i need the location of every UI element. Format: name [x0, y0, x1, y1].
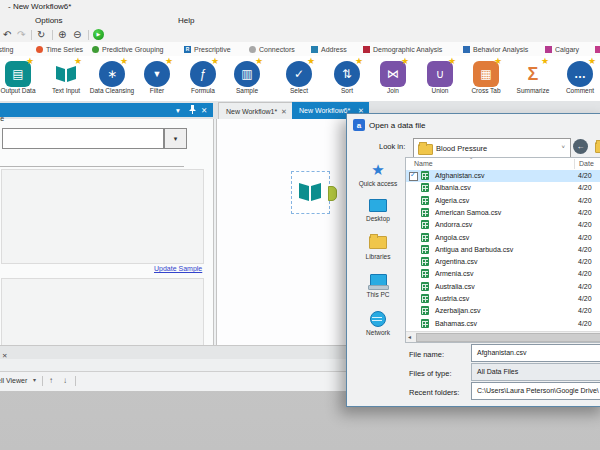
refresh-icon[interactable]: ↻ — [37, 29, 45, 40]
tool-join[interactable]: ⋈ ★ Join — [370, 57, 416, 101]
text-input-tool-icon — [297, 180, 323, 208]
file-row[interactable]: Australia.csv 4/20 — [406, 281, 600, 293]
files-of-type-dropdown[interactable]: All Data Files — [471, 363, 600, 381]
column-date[interactable]: Date — [579, 160, 594, 167]
sidebar-item-quick-access[interactable]: ★ Quick access — [353, 161, 403, 179]
sidebar-item-network[interactable]: Network — [353, 311, 403, 327]
down-arrow-icon[interactable]: ↓ — [63, 376, 67, 385]
tool-union[interactable]: ∪ ★ Union — [417, 57, 463, 101]
update-sample-link[interactable]: Update Sample — [154, 265, 202, 272]
sidebar-item-libraries[interactable]: Libraries — [353, 236, 403, 249]
file-row[interactable]: Andorra.csv 4/20 — [406, 219, 600, 231]
ribbon-tab-prescriptive[interactable]: R Prescriptive — [184, 44, 231, 55]
screenshot-stage: - New Workflow6* Options Help ↶ ↷ ↻ ⊕ ⊖ … — [0, 0, 600, 450]
ribbon-tab-behavior-analysis[interactable]: Behavior Analysis — [463, 44, 528, 55]
ribbon-tab-time-series[interactable]: Time Series — [36, 44, 83, 55]
tool-palette: ▤ ★ Output Data ★ Text Input ∗ ★ Data Cl… — [0, 56, 600, 102]
behavior-analysis-icon — [463, 46, 470, 53]
options-box — [1, 169, 204, 264]
open-data-file-dialog: a Open a data file Look in: Blood Pressu… — [346, 113, 600, 407]
cell-viewer-dropdown[interactable]: Cell Viewer — [0, 377, 27, 384]
zoom-out-icon[interactable]: ⊖ — [73, 29, 81, 40]
tool-cross-tab[interactable]: ▦ ★ Cross Tab — [463, 57, 509, 101]
file-row[interactable]: Armenia.csv 4/20 — [406, 268, 600, 280]
up-arrow-icon[interactable]: ↑ — [49, 376, 53, 385]
ribbon-tab-demographic-analysis[interactable]: Demographic Analysis — [363, 44, 442, 55]
ribbon-tab-predictive-grouping[interactable]: Predictive Grouping — [92, 44, 163, 55]
favorite-star-icon: ★ — [307, 56, 315, 66]
file-row[interactable]: Azerbaijan.csv 4/20 — [406, 305, 600, 317]
file-row[interactable]: Bahamas.csv 4/20 — [406, 318, 600, 330]
tool-sort[interactable]: ⇅ ★ Sort — [324, 57, 370, 101]
sidebar-item-desktop[interactable]: Desktop — [353, 199, 403, 212]
chevron-down-icon[interactable]: ▾ — [176, 106, 180, 115]
redo-icon[interactable]: ↷ — [17, 29, 25, 40]
file-row[interactable]: Albania.csv 4/20 — [406, 182, 600, 194]
up-folder-icon[interactable] — [595, 142, 600, 153]
csv-file-icon — [421, 171, 429, 180]
column-divider[interactable] — [574, 159, 575, 169]
file-name-input[interactable]: Afghanistan.csv — [471, 344, 600, 362]
file-row[interactable]: Algeria.csv 4/20 — [406, 195, 600, 207]
csv-file-icon — [421, 319, 429, 328]
file-row[interactable]: Antigua and Barbuda.csv 4/20 — [406, 244, 600, 256]
ribbon-tab-ab-testing[interactable]: AB Testing — [0, 44, 13, 55]
horizontal-scrollbar[interactable]: ◂ — [406, 331, 600, 342]
file-row[interactable]: Argentina.csv 4/20 — [406, 256, 600, 268]
undo-icon[interactable]: ↶ — [3, 29, 11, 40]
file-row-selected[interactable]: ✓ Afghanistan.csv 4/20 — [406, 170, 600, 182]
tool-filter[interactable]: ▼ ★ Filter — [134, 57, 180, 101]
tool-output-data[interactable]: ▤ ★ Output Data — [0, 57, 41, 101]
sidebar-item-this-pc[interactable]: This PC — [353, 274, 403, 286]
tool-sample[interactable]: ▥ ★ Sample — [224, 57, 270, 101]
files-of-type-label: Files of type: — [409, 369, 452, 378]
favorite-star-icon: ★ — [26, 56, 34, 66]
zoom-in-icon[interactable]: ⊕ — [58, 29, 66, 40]
chevron-down-icon[interactable]: ˅ — [561, 144, 565, 150]
tool-select[interactable]: ✓ ★ Select — [276, 57, 322, 101]
ribbon-tab-address[interactable]: Address — [311, 44, 347, 55]
menu-help[interactable]: Help — [178, 16, 194, 25]
favorite-star-icon: ★ — [165, 56, 173, 66]
scrollbar-thumb[interactable] — [416, 333, 600, 342]
file-name-label: File name: — [409, 350, 444, 359]
ribbon-tab-calgary[interactable]: Calgary — [545, 44, 579, 55]
tool-summarize[interactable]: Σ ★ Summarize — [510, 57, 556, 101]
folder-icon — [418, 144, 433, 155]
scroll-left-arrow-icon[interactable]: ◂ — [408, 333, 411, 340]
file-row[interactable]: American Samoa.csv 4/20 — [406, 207, 600, 219]
csv-file-icon — [421, 233, 429, 242]
tool-text-input[interactable]: ★ Text Input — [43, 57, 89, 101]
back-button[interactable]: ← — [573, 139, 588, 154]
file-row[interactable]: Austria.csv 4/20 — [406, 293, 600, 305]
tool-comment[interactable]: … ★ Comment — [557, 57, 600, 101]
checkbox-checked[interactable]: ✓ — [409, 172, 418, 181]
menu-options[interactable]: Options — [35, 16, 63, 25]
file-row[interactable]: Angola.csv 4/20 — [406, 232, 600, 244]
csv-file-icon — [421, 269, 429, 278]
toolbar-separator — [88, 30, 89, 40]
run-workflow-button[interactable]: ▶ — [93, 29, 104, 40]
close-icon[interactable]: ✕ — [2, 352, 7, 360]
csv-file-icon — [421, 245, 429, 254]
pin-icon[interactable] — [189, 105, 196, 116]
calgary-icon — [545, 46, 552, 53]
recent-folders-dropdown[interactable]: C:\Users\Laura Peterson\Google Drive\ — [471, 382, 600, 400]
ribbon-tab-connectors[interactable]: Connectors — [249, 44, 295, 55]
chevron-down-icon[interactable]: ▾ — [33, 376, 36, 383]
output-anchor[interactable] — [328, 186, 337, 201]
look-in-combobox[interactable]: Blood Pressure ˅ — [413, 138, 571, 158]
demographic-analysis-icon — [363, 46, 370, 53]
tool-formula[interactable]: ƒ ★ Formula — [180, 57, 226, 101]
workflow-tab-1[interactable]: New Workflow1* ✕ — [218, 102, 293, 120]
file-path-combobox[interactable] — [2, 128, 164, 149]
close-icon[interactable]: ✕ — [281, 108, 287, 116]
configuration-panel: Connect a File or Database ▾ Update Samp… — [0, 119, 214, 358]
tool-data-cleansing[interactable]: ∗ ★ Data Cleansing — [89, 57, 135, 101]
favorite-star-icon: ★ — [355, 56, 363, 66]
selected-tool-on-canvas[interactable] — [291, 171, 330, 214]
combobox-dropdown-button[interactable]: ▾ — [164, 128, 187, 149]
close-icon[interactable]: ✕ — [201, 106, 207, 115]
menu-bar: Options Help — [0, 14, 600, 28]
column-name[interactable]: Name — [414, 160, 433, 167]
